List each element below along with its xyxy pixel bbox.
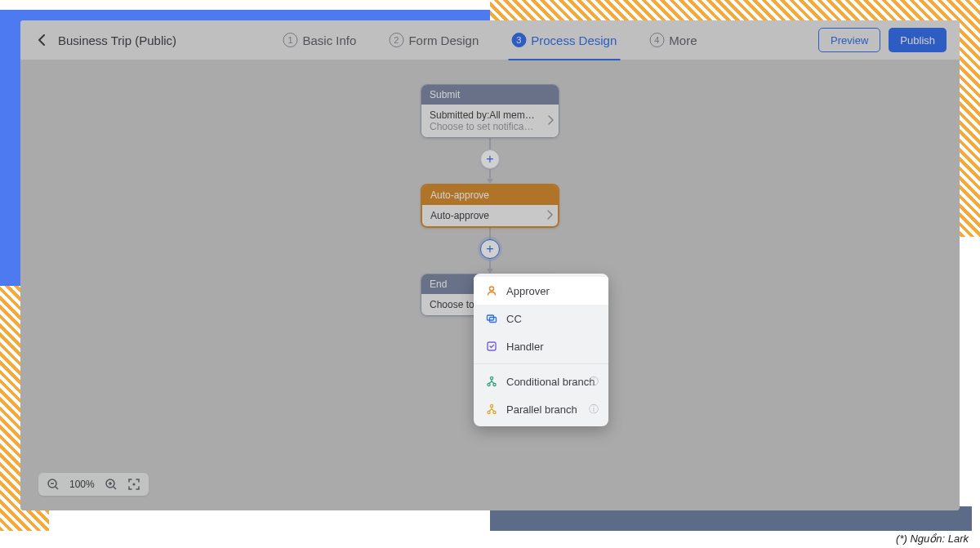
svg-point-7 — [132, 483, 135, 486]
preview-button[interactable]: Preview — [818, 28, 880, 52]
step-label: Basic Info — [303, 33, 357, 47]
branch-cond-icon — [485, 375, 498, 388]
zoom-value: 100% — [69, 479, 95, 490]
cc-icon — [485, 312, 498, 325]
user-icon — [485, 284, 498, 297]
connector — [489, 228, 491, 239]
popup-item-label: Parallel branch — [506, 403, 577, 416]
node-submit[interactable]: Submit Submitted by:All mem… Choose to s… — [421, 84, 559, 138]
step-more[interactable]: 4 More — [649, 20, 697, 60]
header-actions: Preview Publish — [818, 28, 947, 52]
node-auto-body: Auto-approve — [422, 205, 558, 226]
node-auto-approve[interactable]: Auto-approve Auto-approve — [421, 184, 559, 228]
popup-item-cc[interactable]: CC — [474, 305, 608, 332]
page-title: Business Trip (Public) — [58, 33, 176, 47]
svg-point-12 — [490, 376, 492, 379]
svg-point-16 — [488, 411, 490, 413]
node-submit-line2: Choose to set notifica… — [430, 121, 550, 132]
node-auto-line1: Auto-approve — [430, 210, 550, 221]
zoom-in-button[interactable] — [105, 478, 118, 491]
popup-item-approver[interactable]: Approver — [474, 277, 608, 305]
add-node-button-active[interactable]: + — [480, 239, 500, 259]
zoom-controls: 100% — [38, 473, 149, 496]
svg-line-6 — [114, 487, 116, 489]
svg-point-8 — [490, 287, 494, 291]
help-icon[interactable]: ⓘ — [589, 375, 599, 389]
zoom-out-button[interactable] — [47, 478, 60, 491]
node-auto-title: Auto-approve — [422, 185, 558, 205]
popup-item-label: CC — [506, 313, 522, 325]
handler-icon — [485, 340, 498, 353]
step-label: Process Design — [531, 33, 617, 47]
image-credit: (*) Nguồn: Lark — [896, 532, 969, 545]
publish-button[interactable]: Publish — [889, 28, 947, 52]
step-label: More — [669, 33, 697, 47]
step-process-design[interactable]: 3 Process Design — [511, 20, 617, 60]
connector — [489, 138, 491, 149]
help-icon[interactable]: ⓘ — [589, 403, 599, 417]
add-node-popup: Approver CC Handler Conditional branch ⓘ… — [474, 274, 608, 426]
fit-screen-button[interactable] — [127, 478, 140, 491]
svg-rect-11 — [488, 342, 496, 350]
node-submit-body: Submitted by:All mem… Choose to set noti… — [421, 105, 559, 137]
step-form-design[interactable]: 2 Form Design — [389, 20, 479, 60]
popup-item-label: Conditional branch — [506, 376, 595, 388]
step-number: 2 — [389, 33, 403, 47]
popup-separator — [474, 363, 608, 364]
svg-line-2 — [56, 487, 58, 489]
app-panel: Business Trip (Public) 1 Basic Info 2 Fo… — [20, 20, 960, 510]
popup-item-conditional-branch[interactable]: Conditional branch ⓘ — [474, 368, 608, 395]
back-button[interactable] — [33, 32, 50, 48]
step-number: 4 — [649, 33, 664, 47]
chevron-right-icon — [547, 114, 554, 128]
svg-point-15 — [490, 404, 492, 407]
step-tabs: 1 Basic Info 2 Form Design 3 Process Des… — [283, 20, 697, 60]
popup-item-label: Approver — [506, 285, 550, 297]
svg-point-17 — [493, 411, 496, 413]
popup-item-parallel-branch[interactable]: Parallel branch ⓘ — [474, 395, 608, 423]
popup-item-label: Handler — [506, 341, 544, 353]
add-node-button[interactable]: + — [480, 149, 500, 169]
header-bar: Business Trip (Public) 1 Basic Info 2 Fo… — [20, 20, 960, 60]
step-label: Form Design — [408, 33, 479, 47]
step-basic-info[interactable]: 1 Basic Info — [283, 20, 357, 60]
svg-point-13 — [488, 383, 490, 385]
step-number: 3 — [511, 33, 526, 47]
popup-item-handler[interactable]: Handler — [474, 332, 608, 360]
node-submit-title: Submit — [421, 85, 559, 105]
branch-par-icon — [485, 403, 498, 416]
node-submit-line1: Submitted by:All mem… — [430, 109, 550, 121]
chevron-right-icon — [546, 208, 553, 223]
svg-point-14 — [493, 383, 496, 385]
step-number: 1 — [283, 33, 298, 47]
